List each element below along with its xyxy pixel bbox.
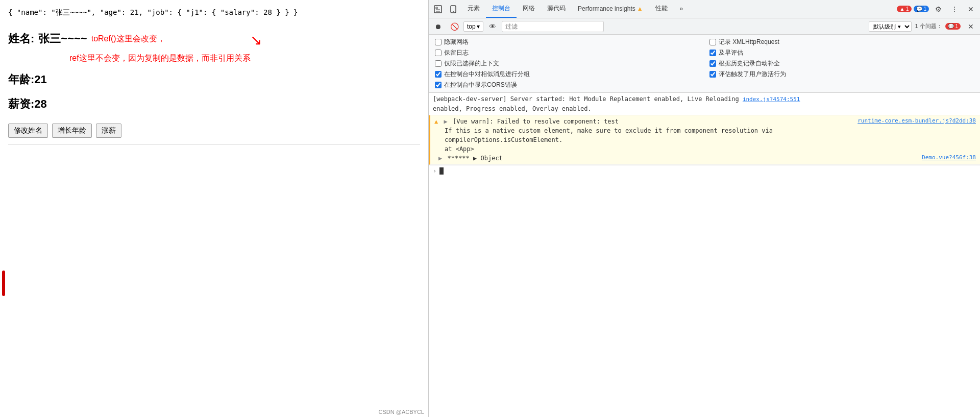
- hide-network-label: 隐藏网络: [444, 38, 469, 46]
- checkbox-group-similar: 在控制台中对相似消息进行分组: [435, 70, 699, 79]
- warning-header-row: ▲ ▶ [Vue warn]: Failed to resolve compon…: [434, 117, 976, 126]
- warning-text: ▲ ▶ [Vue warn]: Failed to resolve compon…: [434, 117, 619, 126]
- name-display: 姓名:张三~~~~ toRef()这里会改变，: [8, 28, 420, 50]
- age-label: 年龄:: [8, 73, 34, 86]
- eye-icon[interactable]: 👁: [485, 19, 500, 34]
- checkbox-record-xhr: 记录 XMLHttpRequest: [709, 38, 974, 46]
- index-js-link[interactable]: index.js?4574:551: [743, 96, 800, 103]
- json-output: { "name": "张三~~~~", "age": 21, "job": { …: [8, 8, 420, 17]
- warning-detail2: compilerOptions.isCustomElement.: [434, 135, 976, 144]
- device-icon[interactable]: [446, 2, 460, 16]
- increase-salary-button[interactable]: 涨薪: [96, 124, 121, 138]
- eager-eval-label: 及早评估: [719, 48, 743, 57]
- checkbox-selected-context: 仅限已选择的上下文: [435, 59, 699, 68]
- increase-age-button[interactable]: 增长年龄: [52, 124, 92, 138]
- message-badge: 💬 1: [914, 6, 929, 12]
- autocomplete-label: 根据历史记录自动补全: [719, 59, 780, 68]
- console-prompt[interactable]: ›: [429, 165, 980, 177]
- performance-insights-warn-icon: ▲: [637, 5, 643, 12]
- tab-sources[interactable]: 源代码: [541, 0, 572, 18]
- age-value: 21: [34, 73, 46, 86]
- warning-detail3: at <App>: [434, 144, 976, 154]
- svg-rect-0: [434, 6, 442, 13]
- webpack-message: [webpack-dev-server] Server started: Hot…: [433, 95, 743, 103]
- more-options-icon[interactable]: ⋮: [947, 2, 962, 16]
- record-xhr-checkbox[interactable]: [709, 39, 716, 45]
- toolbar-right: ▲ 1 💬 1 ⚙ ⋮ ✕: [897, 2, 978, 16]
- inspect-icon[interactable]: [431, 2, 445, 16]
- tab-performance[interactable]: 性能: [649, 0, 674, 18]
- cors-errors-label: 在控制台中显示CORS错误: [444, 81, 517, 89]
- error-badge: ▲ 1: [897, 6, 911, 12]
- modify-name-button[interactable]: 修改姓名: [8, 124, 48, 138]
- preserve-log-label: 保留日志: [444, 48, 469, 57]
- object-label: ▶ Object: [473, 155, 503, 162]
- console-output: [webpack-dev-server] Server started: Hot…: [429, 93, 980, 417]
- checkbox-preserve-log: 保留日志: [435, 48, 699, 57]
- salary-display: 薪资:28: [8, 93, 420, 115]
- warning-main-text: [Vue warn]: Failed to resolve component:…: [453, 118, 619, 125]
- preserve-log-checkbox[interactable]: [435, 50, 442, 56]
- selected-context-checkbox[interactable]: [435, 60, 442, 67]
- devtools-secondary-toolbar: ⏺ 🚫 top ▾ 👁 默认级别 ▾ 1 个问题： 💬 1 ✕: [429, 18, 980, 35]
- close-devtools-icon[interactable]: ✕: [964, 2, 978, 16]
- tab-elements[interactable]: 元素: [461, 0, 486, 18]
- user-activation-checkbox[interactable]: [709, 71, 716, 78]
- console-cursor: [439, 167, 444, 175]
- console-line-webpack: [webpack-dev-server] Server started: Hot…: [429, 93, 980, 115]
- tab-performance-insights[interactable]: Performance insights ▲: [572, 1, 649, 17]
- checkbox-user-activation: 评估触发了用户激活行为: [709, 70, 974, 79]
- clear-icon[interactable]: 🚫: [447, 19, 461, 34]
- object-stars: ******: [447, 155, 473, 162]
- log-level-select[interactable]: 默认级别 ▾: [869, 21, 912, 32]
- tab-console[interactable]: 控制台: [486, 0, 517, 18]
- issues-count-label: 1 个问题：: [915, 22, 942, 30]
- warning-detail1: If this is a native custom element, make…: [434, 126, 976, 135]
- tab-more[interactable]: »: [674, 1, 690, 17]
- webpack-message2: enabled, Progress enabled, Overlay enabl…: [433, 105, 592, 112]
- top-label: top: [467, 23, 476, 30]
- devtools-tabs: 元素 控制台 网络 源代码 Performance insights ▲ 性能 …: [461, 0, 689, 18]
- user-activation-label: 评估触发了用户激活行为: [719, 70, 786, 79]
- warning-object-row: ▶ ****** ▶ Object Demo.vue?456f:38: [434, 154, 976, 163]
- close-console-icon[interactable]: ✕: [964, 19, 978, 34]
- left-panel: { "name": "张三~~~~", "age": 21, "job": { …: [0, 0, 429, 417]
- group-similar-label: 在控制台中对相似消息进行分组: [444, 70, 530, 79]
- group-similar-checkbox[interactable]: [435, 71, 442, 78]
- checkbox-cors-errors: 在控制台中显示CORS错误: [435, 81, 699, 89]
- record-xhr-label: 记录 XMLHttpRequest: [719, 38, 779, 46]
- dropdown-arrow-icon: ▾: [477, 23, 480, 30]
- button-row: 修改姓名 增长年龄 涨薪: [8, 124, 420, 138]
- warning-expand-icon[interactable]: ▶: [444, 118, 447, 125]
- eager-eval-checkbox[interactable]: [709, 50, 716, 56]
- devtools-top-toolbar: 元素 控制台 网络 源代码 Performance insights ▲ 性能 …: [429, 0, 980, 18]
- divider: [8, 144, 420, 144]
- warning-triangle-icon: ▲: [434, 118, 438, 125]
- autocomplete-checkbox[interactable]: [709, 60, 716, 67]
- toolbar2-right: 默认级别 ▾ 1 个问题： 💬 1 ✕: [869, 19, 978, 34]
- cors-errors-checkbox[interactable]: [435, 82, 442, 88]
- tab-network[interactable]: 网络: [517, 0, 541, 18]
- performance-insights-label: Performance insights: [578, 5, 635, 12]
- console-filter-input[interactable]: [502, 21, 604, 32]
- selected-context-label: 仅限已选择的上下文: [444, 59, 499, 68]
- devtools-panel: 元素 控制台 网络 源代码 Performance insights ▲ 性能 …: [429, 0, 980, 417]
- object-expand-icon[interactable]: ▶: [438, 155, 442, 162]
- context-dropdown[interactable]: top ▾: [463, 21, 483, 32]
- salary-label: 薪资:: [8, 97, 34, 110]
- footer-text: CSDN @ACBYCL: [379, 409, 424, 415]
- record-icon[interactable]: ⏺: [431, 19, 445, 34]
- checkbox-autocomplete: 根据历史记录自动补全: [709, 59, 974, 68]
- name-label: 姓名:: [8, 28, 34, 50]
- name-value: 张三~~~~: [38, 28, 87, 50]
- svg-point-2: [453, 11, 454, 12]
- runtime-core-link[interactable]: runtime-core.esm-bundler.js?d2dd:38: [857, 117, 976, 126]
- scroll-indicator: [2, 271, 5, 296]
- arrow-annotation: ↘: [250, 32, 262, 48]
- demo-vue-link[interactable]: Demo.vue?456f:38: [922, 154, 976, 162]
- console-line-warning: ▲ ▶ [Vue warn]: Failed to resolve compon…: [429, 115, 980, 165]
- ref-comment: ref这里不会变，因为复制的是数据，而非引用关系: [69, 50, 420, 66]
- settings-icon[interactable]: ⚙: [931, 2, 945, 16]
- prompt-symbol: ›: [433, 167, 436, 175]
- hide-network-checkbox[interactable]: [435, 39, 442, 45]
